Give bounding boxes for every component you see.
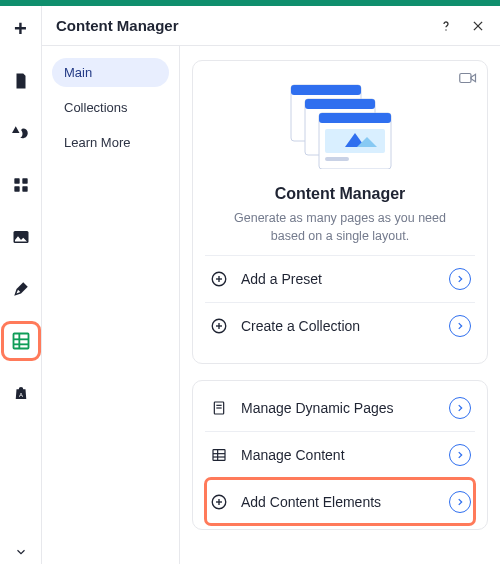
action-manage-dynamic-pages[interactable]: Manage Dynamic Pages xyxy=(205,385,475,431)
plus-circle-icon xyxy=(210,270,228,288)
action-add-content-elements[interactable]: Add Content Elements xyxy=(205,478,475,525)
video-icon xyxy=(459,71,477,85)
tool-rail: + A xyxy=(0,6,42,564)
chevron-right-icon xyxy=(455,274,465,284)
go-arrow xyxy=(449,491,471,513)
go-arrow xyxy=(449,268,471,290)
panel-subnav: Main Collections Learn More xyxy=(42,46,180,564)
plus-circle-icon xyxy=(210,493,228,511)
svg-rect-5 xyxy=(13,334,28,349)
chevron-right-icon xyxy=(455,321,465,331)
action-label: Manage Dynamic Pages xyxy=(241,400,437,416)
rail-store[interactable]: A xyxy=(4,376,38,410)
chevron-right-icon xyxy=(455,450,465,460)
plus-circle-icon xyxy=(210,317,228,335)
svg-rect-17 xyxy=(305,99,375,109)
hero-subtitle: Generate as many pages as you need based… xyxy=(230,209,450,245)
chevron-right-icon xyxy=(455,497,465,507)
action-label: Add a Preset xyxy=(241,271,437,287)
svg-rect-13 xyxy=(460,74,471,83)
go-arrow xyxy=(449,444,471,466)
svg-rect-2 xyxy=(14,186,19,191)
page-icon xyxy=(211,400,227,416)
action-label: Add Content Elements xyxy=(241,494,437,510)
hero-illustration xyxy=(205,75,475,179)
panel-content: Content Manager Generate as many pages a… xyxy=(180,46,500,564)
chevron-down-icon xyxy=(14,545,28,559)
help-button[interactable] xyxy=(436,16,456,36)
pen-icon xyxy=(12,280,30,298)
rail-apps[interactable] xyxy=(4,168,38,202)
rail-content-manager[interactable] xyxy=(4,324,38,358)
action-add-preset[interactable]: Add a Preset xyxy=(205,255,475,302)
action-label: Manage Content xyxy=(241,447,437,463)
action-label: Create a Collection xyxy=(241,318,437,334)
go-arrow xyxy=(449,315,471,337)
page-icon xyxy=(12,72,30,90)
svg-text:A: A xyxy=(18,392,22,398)
svg-rect-23 xyxy=(325,157,349,161)
hero-title: Content Manager xyxy=(205,185,475,203)
chevron-right-icon xyxy=(455,403,465,413)
hero-card: Content Manager Generate as many pages a… xyxy=(192,60,488,364)
svg-rect-3 xyxy=(22,186,27,191)
plus-icon: + xyxy=(14,18,27,40)
image-icon xyxy=(12,228,30,246)
svg-point-10 xyxy=(445,29,446,30)
rail-design[interactable] xyxy=(4,116,38,150)
action-create-collection[interactable]: Create a Collection xyxy=(205,302,475,349)
apps-icon xyxy=(13,177,29,193)
content-grid-icon xyxy=(11,331,31,351)
video-tour-button[interactable] xyxy=(459,71,477,89)
rail-media[interactable] xyxy=(4,220,38,254)
design-icon xyxy=(12,124,30,142)
svg-rect-1 xyxy=(22,178,27,183)
svg-rect-15 xyxy=(291,85,361,95)
rail-more[interactable] xyxy=(4,540,38,564)
svg-rect-0 xyxy=(14,178,19,183)
subnav-learn-more[interactable]: Learn More xyxy=(52,128,169,157)
svg-rect-19 xyxy=(319,113,391,123)
panel-title: Content Manager xyxy=(56,17,424,34)
rail-pages[interactable] xyxy=(4,64,38,98)
add-button[interactable]: + xyxy=(4,12,38,46)
action-manage-content[interactable]: Manage Content xyxy=(205,431,475,478)
table-icon xyxy=(211,447,227,463)
help-icon xyxy=(438,18,454,34)
close-icon xyxy=(471,19,485,33)
svg-rect-33 xyxy=(213,450,225,461)
subnav-collections[interactable]: Collections xyxy=(52,93,169,122)
manage-card: Manage Dynamic Pages Manage Content Add … xyxy=(192,380,488,530)
store-icon: A xyxy=(12,384,30,402)
subnav-main[interactable]: Main xyxy=(52,58,169,87)
panel-header: Content Manager xyxy=(42,6,500,46)
go-arrow xyxy=(449,397,471,419)
close-button[interactable] xyxy=(468,16,488,36)
rail-blog[interactable] xyxy=(4,272,38,306)
